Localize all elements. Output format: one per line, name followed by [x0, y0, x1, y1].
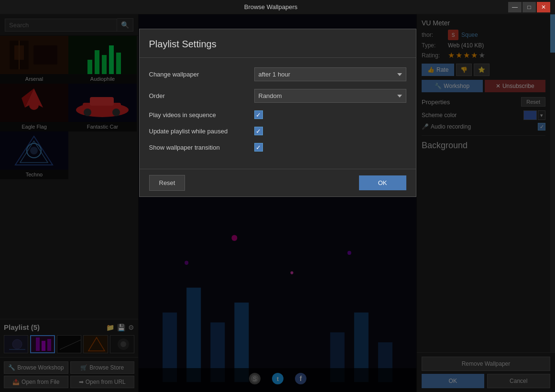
dialog-footer: Reset OK: [140, 169, 416, 196]
order-control: Random Sequential Shuffle: [254, 89, 406, 103]
update-playlist-control: ✓: [254, 127, 406, 135]
show-transition-control: ✓: [254, 143, 406, 152]
show-transition-label: Show wallpaper transition: [149, 144, 254, 151]
minimize-button[interactable]: —: [508, 2, 522, 12]
order-select[interactable]: Random Sequential Shuffle: [254, 89, 406, 103]
change-wallpaper-select[interactable]: after 1 hour after 30 minutes after 2 ho…: [254, 67, 406, 81]
change-wallpaper-control: after 1 hour after 30 minutes after 2 ho…: [254, 67, 406, 81]
update-playlist-checkbox[interactable]: ✓: [254, 127, 263, 135]
maximize-button[interactable]: □: [522, 2, 536, 12]
change-wallpaper-row: Change wallpaper after 1 hour after 30 m…: [149, 67, 406, 81]
show-transition-checkbox[interactable]: ✓: [254, 143, 263, 152]
update-playlist-row: Update playlist while paused ✓: [149, 127, 406, 135]
title-bar: Browse Wallpapers — □ ✕: [0, 0, 555, 14]
order-label: Order: [149, 92, 254, 99]
play-videos-checkbox[interactable]: ✓: [254, 110, 263, 119]
show-transition-row: Show wallpaper transition ✓: [149, 143, 406, 152]
dialog-overlay: Playlist Settings Change wallpaper after…: [0, 14, 555, 392]
window-controls: — □ ✕: [508, 2, 550, 12]
window-title: Browse Wallpapers: [33, 3, 508, 11]
update-playlist-label: Update playlist while paused: [149, 128, 254, 135]
order-row: Order Random Sequential Shuffle: [149, 89, 406, 103]
dialog-body: Change wallpaper after 1 hour after 30 m…: [140, 58, 416, 169]
play-videos-row: Play videos in sequence ✓: [149, 110, 406, 119]
play-videos-control: ✓: [254, 110, 406, 119]
dialog-title: Playlist Settings: [140, 29, 416, 58]
close-button[interactable]: ✕: [537, 2, 550, 12]
playlist-settings-dialog: Playlist Settings Change wallpaper after…: [139, 29, 416, 197]
dialog-ok-button[interactable]: OK: [359, 175, 406, 190]
dialog-reset-button[interactable]: Reset: [149, 175, 185, 191]
play-videos-label: Play videos in sequence: [149, 111, 254, 119]
change-wallpaper-label: Change wallpaper: [149, 71, 254, 78]
